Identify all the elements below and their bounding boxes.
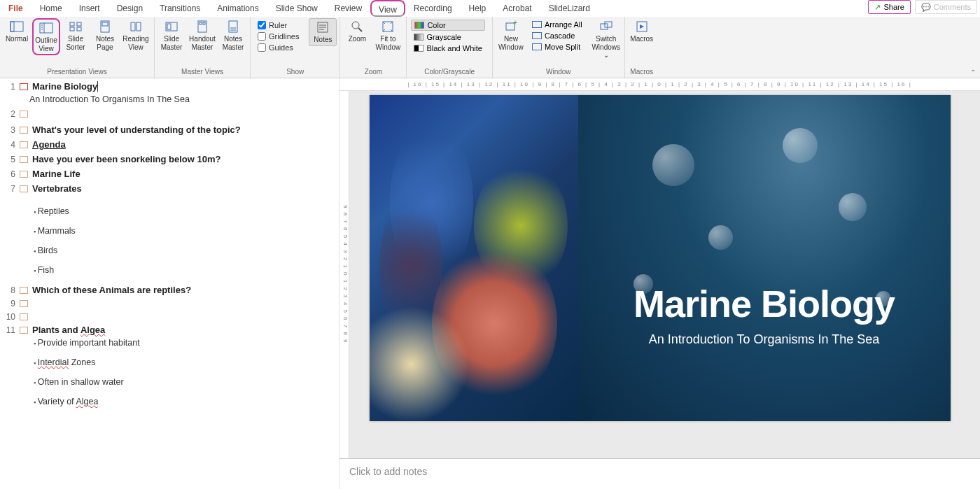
- tab-insert[interactable]: Insert: [71, 0, 108, 17]
- slide-sorter-button[interactable]: Slide Sorter: [62, 18, 90, 52]
- slide-icon[interactable]: [20, 141, 28, 148]
- tab-help[interactable]: Help: [461, 0, 495, 17]
- slide-icon[interactable]: [20, 313, 28, 320]
- normal-view-button[interactable]: Normal: [3, 18, 31, 45]
- notes-toggle-button[interactable]: Notes: [309, 18, 337, 46]
- slide-canvas-area: | 16 | 15 | 14 | 13 | 12 | 11 | 10 | 9 |…: [340, 78, 980, 489]
- slide-icon[interactable]: [20, 185, 28, 192]
- svg-rect-12: [102, 22, 108, 26]
- slide7-bullet[interactable]: Fish: [34, 265, 333, 275]
- group-presentation-views: Normal Outline View Slide Sorter Notes P…: [0, 17, 155, 78]
- slide-icon[interactable]: [20, 287, 28, 294]
- ruler-checkbox[interactable]: Ruler: [258, 21, 299, 29]
- outline-pane[interactable]: 1Marine Biology An Introduction To Organ…: [0, 78, 340, 489]
- handout-master-button[interactable]: Handout Master: [187, 18, 218, 52]
- tab-recording[interactable]: Recording: [405, 0, 461, 17]
- comments-button[interactable]: 💬 Comments: [915, 0, 977, 14]
- slide-content-right: Marine Biology An Introduction To Organi…: [578, 95, 951, 421]
- share-button[interactable]: ↗ Share: [868, 0, 910, 14]
- tab-home[interactable]: Home: [31, 0, 71, 17]
- svg-rect-10: [77, 27, 81, 31]
- zoom-button[interactable]: Zoom: [343, 18, 371, 45]
- slide11-bullet[interactable]: Interdial Zones: [34, 357, 333, 367]
- svg-rect-16: [200, 22, 202, 24]
- tab-transitions[interactable]: Transitions: [151, 0, 209, 17]
- horizontal-ruler: | 16 | 15 | 14 | 13 | 12 | 11 | 10 | 9 |…: [340, 78, 980, 91]
- tab-slidelizard[interactable]: SlideLizard: [540, 0, 598, 17]
- slide11-bullet[interactable]: Provide important habitant: [34, 338, 333, 348]
- slide1-subtitle[interactable]: An Introduction To Organisms In The Sea: [29, 94, 333, 104]
- slide8-title[interactable]: Which of these Animals are reptiles?: [32, 285, 191, 295]
- svg-rect-17: [203, 22, 205, 24]
- reading-view-icon: [129, 20, 143, 34]
- color-swatch-icon: [414, 22, 424, 29]
- slide7-title[interactable]: Vertebrates: [32, 183, 82, 194]
- slide-preview[interactable]: Marine Biology An Introduction To Organi…: [370, 95, 951, 421]
- macros-button[interactable]: Macros: [628, 18, 656, 45]
- normal-view-icon: [10, 20, 24, 34]
- group-label: Master Views: [158, 68, 247, 78]
- switch-windows-button[interactable]: Switch Windows ⌄: [591, 18, 622, 61]
- tab-animations[interactable]: Animations: [209, 0, 267, 17]
- svg-rect-1: [10, 22, 14, 31]
- slide5-title[interactable]: Have you ever been snorkeling below 10m?: [32, 154, 220, 164]
- ribbon: Normal Outline View Slide Sorter Notes P…: [0, 17, 980, 78]
- group-label: Window: [496, 68, 622, 78]
- notes-pane[interactable]: Click to add notes: [340, 458, 980, 489]
- share-label: Share: [883, 0, 904, 14]
- slide-icon[interactable]: [20, 127, 28, 134]
- slide3-title[interactable]: What's your level of understanding of th…: [32, 125, 241, 135]
- work-area: 1Marine Biology An Introduction To Organ…: [0, 78, 980, 489]
- group-macros: Macros Macros: [625, 17, 659, 78]
- gray-swatch-icon: [414, 34, 424, 41]
- svg-rect-9: [70, 27, 74, 31]
- svg-rect-18: [229, 21, 237, 32]
- comments-label: Comments: [934, 0, 971, 14]
- slide-icon[interactable]: [20, 171, 28, 178]
- slide-master-button[interactable]: Slide Master: [158, 18, 186, 52]
- slide7-bullet[interactable]: Reptiles: [34, 206, 333, 216]
- reading-view-button[interactable]: Reading View: [120, 18, 151, 52]
- comments-icon: 💬: [921, 0, 931, 14]
- group-label: Color/Grayscale: [410, 68, 489, 78]
- slide7-bullet[interactable]: Mammals: [34, 226, 333, 236]
- tab-review[interactable]: Review: [326, 0, 370, 17]
- svg-rect-0: [10, 22, 23, 31]
- cascade-icon: [532, 32, 542, 39]
- gridlines-checkbox[interactable]: Gridlines: [258, 32, 299, 41]
- slide11-bullet[interactable]: Often in shallow water: [34, 377, 333, 387]
- notes-page-button[interactable]: Notes Page: [91, 18, 119, 52]
- notes-master-button[interactable]: Notes Master: [219, 18, 247, 52]
- slide4-title[interactable]: Agenda: [32, 139, 66, 150]
- new-window-button[interactable]: + New Window: [496, 18, 526, 52]
- outline-view-button[interactable]: Outline View: [32, 18, 60, 55]
- slide-icon[interactable]: [20, 83, 28, 90]
- svg-text:+: +: [513, 20, 517, 27]
- slide-icon[interactable]: [20, 327, 28, 334]
- group-label: Presentation Views: [3, 68, 151, 78]
- slide-icon[interactable]: [20, 156, 28, 163]
- slide11-title[interactable]: Plants and Algea: [32, 325, 105, 335]
- slide-icon[interactable]: [20, 111, 28, 118]
- slide6-title[interactable]: Marine Life: [32, 169, 80, 179]
- grayscale-mode-button[interactable]: Grayscale: [411, 32, 484, 42]
- tab-design[interactable]: Design: [108, 0, 151, 17]
- tab-file[interactable]: File: [0, 0, 31, 17]
- color-mode-button[interactable]: Color: [411, 20, 484, 31]
- guides-checkbox[interactable]: Guides: [258, 43, 299, 52]
- slide11-bullet[interactable]: Variety of Algea: [34, 397, 333, 406]
- handout-master-icon: [195, 20, 209, 34]
- tab-slideshow[interactable]: Slide Show: [267, 0, 326, 17]
- slide-icon[interactable]: [20, 300, 28, 307]
- slide7-bullet[interactable]: Birds: [34, 246, 333, 255]
- cascade-button[interactable]: Cascade: [529, 31, 585, 41]
- tab-acrobat[interactable]: Acrobat: [494, 0, 540, 17]
- vertical-ruler: 9 8 7 6 5 4 3 2 1 0 1 2 3 4 5 6 7 8 9: [340, 91, 349, 458]
- bw-mode-button[interactable]: Black and White: [411, 43, 484, 53]
- fit-to-window-button[interactable]: Fit to Window: [372, 18, 403, 52]
- slide1-title[interactable]: Marine Biology: [32, 81, 98, 92]
- collapse-ribbon-icon[interactable]: ⌃: [970, 69, 976, 76]
- tab-view[interactable]: View: [370, 0, 405, 17]
- arrange-all-button[interactable]: Arrange All: [529, 20, 585, 29]
- move-split-button[interactable]: Move Split: [529, 42, 585, 52]
